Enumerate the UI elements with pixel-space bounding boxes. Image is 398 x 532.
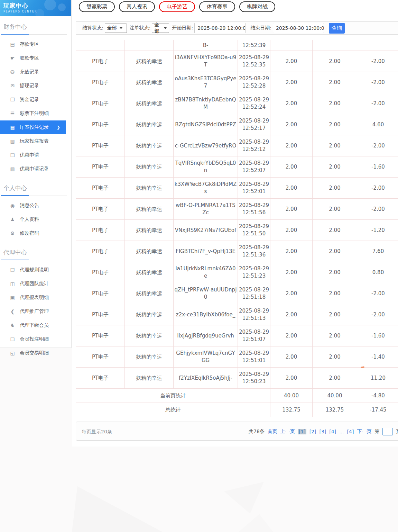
sidebar-item-deposit[interactable]: ▤ 存款专区 ❯ <box>0 37 71 51</box>
bet-amount-cell: 2.00 <box>270 114 313 135</box>
doc-list-icon: ❏ <box>10 336 15 342</box>
order-id-cell: oAus3KhsE3TC8GyqPye7 <box>174 72 238 93</box>
sidebar-item-announcements[interactable]: ◉ 消息公告 ❯ <box>0 199 71 213</box>
page-number-link[interactable]: [1] <box>298 429 306 434</box>
valid-bet-cell: 2.00 <box>313 262 357 283</box>
sidebar-item-agent-team-stats[interactable]: ◫ 代理团队统计 ❯ <box>0 277 71 291</box>
jump-prefix: 第 <box>374 429 379 435</box>
table-row: PT电子 妖精的幸运 la1UJrkNxRLmnk46ZA0e 2025-08-… <box>76 262 398 283</box>
news-icon: ◫ <box>10 281 15 287</box>
chevron-right-icon: ❯ <box>57 125 60 130</box>
order-id-cell: BZgtdNGZSlPdcl0dtPPZ <box>174 114 238 135</box>
sidebar-item-recharge-record[interactable]: ⛁ 充值记录 ❯ <box>0 65 71 79</box>
sidebar-item-hall-bet-record[interactable]: ▦ 厅室投注记录 ❯ <box>0 120 66 134</box>
first-page-link[interactable]: 首页 <box>268 429 277 435</box>
settle-status-select[interactable]: 全部 <box>105 24 127 33</box>
order-status-select[interactable]: 全部 <box>152 24 169 33</box>
tab-live-video[interactable]: 真人视讯 <box>119 1 155 12</box>
page-number-link[interactable]: [3] <box>320 429 326 434</box>
tab-lottery[interactable]: 雙赢彩票 <box>79 1 115 12</box>
sidebar-section-title: 代理中心 <box>0 242 71 256</box>
start-date-input[interactable] <box>194 23 246 33</box>
table-row-partial: B- 12:52:39 <box>76 40 398 51</box>
page-total-bet: 40.00 <box>270 389 313 403</box>
game-cell: 妖精的幸运 <box>125 72 174 93</box>
sidebar-item-agent-report-detail[interactable]: ▣ 代理报表明细 ❯ <box>0 291 71 305</box>
sidebar-item-withdraw-record[interactable]: ✉ 提现记录 ❯ <box>0 79 71 93</box>
valid-bet-cell: 2.00 <box>313 156 357 178</box>
start-date-label: 开始日期: <box>172 25 193 31</box>
order-id-cell: qZH_tPRFwW-auUUDnpJ0 <box>174 283 238 304</box>
sidebar-item-change-password[interactable]: ⚙ 修改密码 ❯ <box>0 226 71 240</box>
sidebar-item-lottery-bet-detail[interactable]: ☰ 彩票下注明细 ❯ <box>0 107 71 120</box>
order-id-cell: la1UJrkNxRLmnk46ZA0e <box>174 262 238 283</box>
gamepad-decoration-icon <box>58 3 66 11</box>
sidebar-item-promo-apply[interactable]: ❑ 优惠申请 ❯ <box>0 148 71 162</box>
game-cell: 妖精的幸运 <box>125 241 174 262</box>
page-number-link[interactable]: [4] <box>347 429 354 434</box>
bet-amount-cell: 2.00 <box>270 93 313 114</box>
list-record-icon: ▥ <box>10 166 15 172</box>
valid-bet-cell: 2.00 <box>313 368 357 389</box>
tab-egames[interactable]: 电子游艺 <box>159 1 195 12</box>
section-divider <box>1 196 67 196</box>
main-content: 雙赢彩票真人视讯电子游艺体育赛事棋牌对战 结算状态: 全部 注单状态: 全部 开… <box>72 0 398 447</box>
triangle-decoration <box>72 486 163 532</box>
order-id-cell: k3XWYecB7Gk8iDPldMZs <box>174 178 238 199</box>
datetime-cell: 2025-08-2912:52:28 <box>238 72 270 93</box>
sidebar-item-funds-record[interactable]: ❒ 资金记录 ❯ <box>0 93 71 107</box>
bet-amount-cell: 2.00 <box>270 346 313 368</box>
user-icon: ♟ <box>10 217 15 222</box>
chevron-down-icon <box>120 27 122 29</box>
winloss-cell: 4.60 <box>357 114 398 135</box>
next-page-link[interactable]: 下一页 <box>357 429 371 435</box>
share-icon: ❮ <box>10 309 15 314</box>
bet-amount-cell: 2.00 <box>270 368 313 389</box>
winloss-cell: -1.40 <box>357 346 398 368</box>
end-date-input[interactable] <box>273 23 324 33</box>
sidebar-item-profile[interactable]: ♟ 个人资料 ❯ <box>0 213 71 226</box>
datetime-cell: 2025-08-2912:52:24 <box>238 93 270 114</box>
game-cell: 妖精的幸运 <box>125 262 174 283</box>
sidebar-item-player-bet-report[interactable]: ▧ 玩家投注报表 ❯ <box>0 134 71 148</box>
order-status-label: 注单状态: <box>130 25 151 31</box>
valid-bet-cell: 2.00 <box>313 220 357 241</box>
sidebar-item-agent-members[interactable]: ♞ 代理下级会员 ❯ <box>0 318 71 332</box>
order-id-cell: B- <box>174 40 238 51</box>
valid-bet-cell: 2.00 <box>313 199 357 220</box>
sidebar-item-promo-apply-record[interactable]: ▥ 优惠申请记录 ❯ <box>0 162 71 176</box>
filter-bar: 结算状态: 全部 注单状态: 全部 开始日期: 结束日期: 查询 <box>76 21 398 35</box>
tab-board-games[interactable]: 棋牌对战 <box>239 1 275 12</box>
valid-bet-cell: 2.00 <box>313 72 357 93</box>
valid-bet-cell: 2.00 <box>313 346 357 368</box>
valid-bet-cell: 2.00 <box>313 283 357 304</box>
winloss-cell: -1.20 <box>357 220 398 241</box>
jump-page-input[interactable] <box>382 428 393 435</box>
grand-total-winloss: -17.45 <box>357 403 398 417</box>
bet-amount-cell: 2.00 <box>270 199 313 220</box>
page-number-link[interactable]: ... <box>339 429 344 434</box>
page-number-link[interactable]: [4] <box>329 429 336 434</box>
pagination-bar: 每页显示20条 共78条 首页 上一页 [1][2][3][4]...[4] 下… <box>76 422 398 441</box>
total-count-text: 共78条 <box>249 429 265 435</box>
page-number-link[interactable]: [2] <box>309 429 316 434</box>
doc-trans-icon: ◱ <box>10 350 15 356</box>
grand-total-label: 总统计 <box>76 403 270 417</box>
bet-amount-cell: 2.00 <box>270 283 313 304</box>
game-cell: 妖精的幸运 <box>125 220 174 241</box>
table-row: PT电子 妖精的幸运 TqVIRSnqkrYbD5Q5qL0n 2025-08-… <box>76 156 398 178</box>
datetime-cell: 2025-08-2912:52:17 <box>238 114 270 135</box>
prev-page-link[interactable]: 上一页 <box>280 429 295 435</box>
tab-sports[interactable]: 体育赛事 <box>199 1 235 12</box>
query-button[interactable]: 查询 <box>329 23 345 34</box>
sidebar-item-member-trans-detail[interactable]: ◱ 会员交易明细 ❯ <box>0 346 71 360</box>
table-row: PT电子 妖精的幸运 qZH_tPRFwW-auUUDnpJ0 2025-08-… <box>76 283 398 304</box>
sidebar-item-withdraw[interactable]: ☛ 取款专区 ❯ <box>0 51 71 65</box>
hall-cell: PT电子 <box>76 156 125 178</box>
bet-amount-cell: 2.00 <box>270 156 313 178</box>
sidebar-item-agent-rules[interactable]: ❐ 代理规则说明 ❯ <box>0 263 71 277</box>
sidebar-item-agent-promotion[interactable]: ❮ 代理推广管理 ❯ <box>0 305 71 318</box>
sidebar-item-member-bet-detail[interactable]: ❏ 会员投注明细 ❯ <box>0 332 71 346</box>
page-links: [1][2][3][4]...[4] <box>298 429 354 434</box>
bet-amount-cell: 2.00 <box>270 51 313 72</box>
